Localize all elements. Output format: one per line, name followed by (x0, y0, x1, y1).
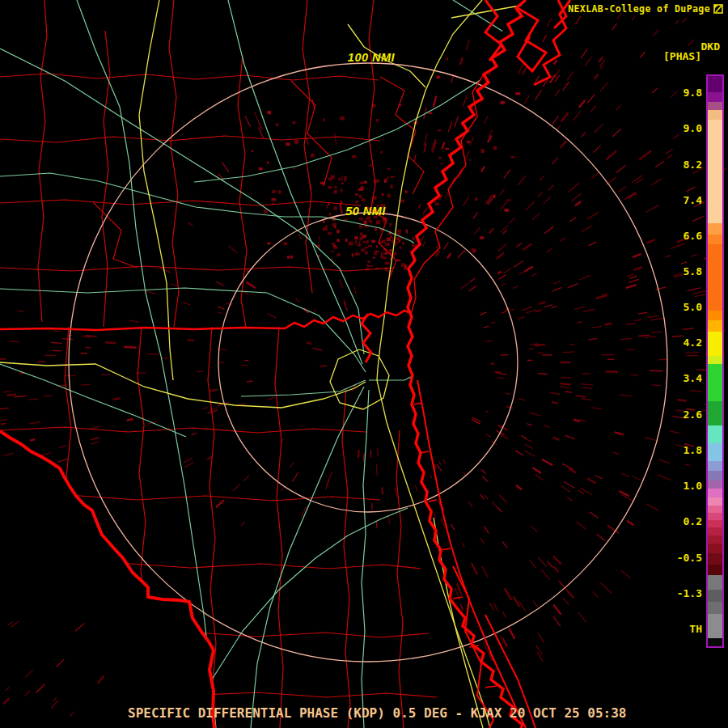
colorbar-segment (708, 575, 722, 590)
colorbar (706, 74, 724, 648)
range-ring (218, 213, 518, 512)
status-bar: SPECIFIC DIFFERENTIAL PHASE (KDP) 0.5 DE… (128, 707, 627, 720)
colorbar-segment (708, 527, 722, 535)
colorbar-tick-label: 6.6 (684, 230, 702, 242)
colorbar-segment (708, 102, 722, 110)
radar-display: NEXLAB-College of DuPage DKD [PHAS] 9.89… (0, 0, 728, 728)
colorbar-segment (708, 356, 722, 364)
highway-layer (0, 0, 712, 728)
colorbar-segment (708, 602, 722, 614)
colorbar-segment (708, 520, 722, 527)
colorbar-segment (708, 76, 722, 92)
colorbar-tick-label: 1.8 (684, 444, 702, 456)
colorbar-segment (708, 120, 722, 223)
colorbar-segment (708, 553, 722, 565)
colorbar-segment (708, 638, 722, 646)
colorbar-tick-label: 5.0 (684, 301, 702, 313)
colorbar-segment (708, 223, 722, 235)
colorbar-tick-label: 7.4 (684, 194, 702, 206)
range-ring (69, 63, 667, 662)
colorbar-tick-label: 4.2 (684, 336, 702, 349)
colorbar-segment (708, 235, 722, 244)
colorbar-segment (708, 110, 722, 120)
colorbar-segment (708, 535, 722, 544)
colorbar-segment (708, 544, 722, 553)
colorbar-tick-label: -0.5 (677, 552, 702, 564)
colorbar-segment (708, 565, 722, 575)
product-unit-label: [PHAS] (663, 51, 701, 61)
colorbar-segment (708, 401, 722, 425)
colorbar-segment (708, 244, 722, 311)
colorbar-tick-label: 8.2 (684, 159, 702, 171)
colorbar-tick-label: 0.2 (684, 515, 702, 527)
colorbar-tick-label: 1.0 (684, 480, 702, 492)
colorbar-tick-label: 9.8 (684, 87, 702, 99)
colorbar-segment (708, 480, 722, 489)
colorbar-segment (708, 332, 722, 356)
site-title: NEXLAB-College of DuPage (568, 5, 710, 15)
colorbar-tick-label: -1.3 (677, 587, 702, 599)
colorbar-segment (708, 513, 722, 520)
colorbar-segment (708, 92, 722, 102)
colorbar-segment (708, 471, 722, 480)
colorbar-segment (708, 364, 722, 401)
product-code-label: DKD (701, 41, 720, 52)
colorbar-segment (708, 614, 722, 638)
colorbar-tick-label: 5.8 (684, 265, 702, 277)
colorbar-tick-label: TH (689, 623, 702, 635)
colorbar-segment (708, 425, 722, 443)
colorbar-segment (708, 506, 722, 513)
colorbar-segment (708, 320, 722, 332)
range-ring-label: 50 NMI (317, 205, 414, 218)
nexlab-logo-icon (713, 3, 724, 15)
radar-map-canvas (0, 0, 728, 728)
range-ring-label: 100 NMI (323, 52, 420, 64)
range-ring-layer (69, 63, 667, 662)
colorbar-segment (708, 443, 722, 461)
colorbar-tick-label: 2.6 (684, 408, 702, 421)
colorbar-tick-label: 3.4 (684, 372, 702, 384)
colorbar-segment (708, 489, 722, 497)
colorbar-segment (708, 590, 722, 602)
colorbar-segment (708, 461, 722, 471)
colorbar-tick-label: 9.0 (684, 122, 702, 134)
colorbar-segment (708, 497, 722, 506)
colorbar-segment (708, 311, 722, 320)
